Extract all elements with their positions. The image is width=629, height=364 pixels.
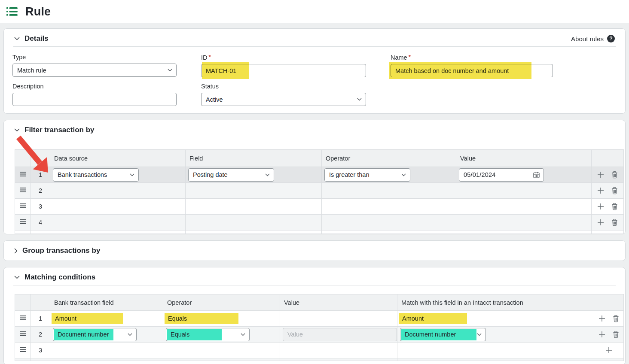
chevron-down-icon [168,69,172,72]
status-select-value: Active [206,96,223,103]
add-row-button[interactable] [598,331,606,338]
table-row: 1 Amount Equals Amount [15,311,624,327]
column-header: Operator [322,150,456,167]
column-header: Bank transaction field [50,294,163,311]
delete-row-button[interactable] [611,171,618,179]
group-section: Group transactions by [3,240,626,261]
chevron-down-icon [14,37,20,40]
data-source-select[interactable]: Bank transactions [53,168,139,182]
calendar-icon[interactable] [533,172,540,178]
matching-section-title: Matching conditions [24,273,95,282]
row-number: 4 [31,215,50,231]
id-label: ID* [201,54,366,61]
chevron-down-icon [14,276,20,279]
actions-column-header [594,294,624,311]
match-field-value[interactable]: Amount [402,315,424,322]
details-section-title: Details [24,34,49,43]
handle-column-header [15,150,31,167]
add-row-button[interactable] [605,346,613,354]
chevron-down-icon [477,333,482,336]
column-header: Value [456,150,592,167]
number-column-header [31,294,50,311]
operator-select[interactable]: Is greater than [324,168,410,182]
delete-row-button[interactable] [612,331,620,338]
page-header: Rule [0,0,629,23]
drag-handle-icon[interactable] [19,315,27,321]
row-number: 1 [31,311,50,327]
id-input[interactable] [201,64,366,77]
details-collapse-toggle[interactable]: Details [14,34,49,43]
table-row: 3 [15,199,624,215]
matching-collapse-toggle[interactable]: Matching conditions [14,273,95,282]
type-select-value: Match rule [17,67,46,74]
type-label: Type [12,54,177,61]
handle-column-header [15,294,31,311]
group-section-title: Group transactions by [22,246,100,255]
table-row: 2 [15,183,624,199]
table-row-clipped [15,231,624,234]
chevron-right-icon [14,248,18,254]
add-row-button[interactable] [597,171,605,179]
chevron-down-icon [130,173,134,176]
delete-row-button[interactable] [611,187,618,194]
matching-section: Matching conditions Bank transaction fie… [3,267,626,364]
delete-row-button[interactable] [612,315,620,322]
chevron-down-icon [241,333,245,336]
drag-handle-icon[interactable] [19,203,27,209]
drag-handle-icon[interactable] [19,331,27,337]
add-row-button[interactable] [597,218,605,226]
type-select[interactable]: Match rule [12,64,177,77]
required-asterisk: * [409,54,411,60]
drag-handle-icon[interactable] [19,347,27,352]
filter-section-title: Filter transaction by [24,126,94,134]
help-icon[interactable] [607,35,615,42]
operator-select[interactable]: Equals [166,328,250,341]
rule-list-icon [6,7,18,16]
table-row: 2 Document number Equals Document number [15,327,624,343]
group-collapse-toggle[interactable]: Group transactions by [14,246,100,255]
add-row-button[interactable] [598,315,606,322]
value-date-input[interactable]: 05/01/2024 [459,168,544,182]
chevron-down-icon [128,333,132,336]
about-rules-link[interactable]: About rules [571,35,615,42]
table-row-clipped [15,358,624,361]
status-select[interactable]: Active [201,93,366,106]
value-input[interactable] [283,328,397,341]
operator-value[interactable]: Equals [168,315,187,322]
chevron-down-icon [265,173,270,176]
row-number: 3 [31,199,50,215]
column-header: Data source [50,150,186,167]
column-header: Operator [163,294,280,311]
row-number: 2 [31,183,50,199]
actions-column-header [592,150,624,167]
field-select[interactable]: Posting date [188,168,274,182]
match-field-select[interactable]: Document number [400,328,486,341]
filter-collapse-toggle[interactable]: Filter transaction by [14,126,94,134]
bank-field-select[interactable]: Document number [53,328,137,341]
row-number: 2 [31,327,50,343]
column-header: Match with this field in an Intacct tran… [397,294,594,311]
about-rules-label: About rules [571,35,604,42]
add-row-button[interactable] [597,187,605,194]
bank-field-value[interactable]: Amount [55,315,76,322]
add-row-button[interactable] [597,203,605,210]
drag-handle-icon[interactable] [19,171,27,177]
status-label: Status [201,83,366,90]
table-row: 4 [15,215,624,231]
details-section: Details About rules Type Match rule ID* [3,28,626,114]
column-header: Value [280,294,397,311]
row-number: 3 [31,343,50,358]
drag-handle-icon[interactable] [19,187,27,193]
name-input[interactable] [391,64,553,77]
description-input[interactable] [12,93,177,106]
delete-row-button[interactable] [611,203,618,210]
delete-row-button[interactable] [611,218,618,226]
filter-table: Data source Field Operator Value 1 Bank … [15,149,624,234]
chevron-down-icon [14,128,20,132]
column-header: Field [186,150,322,167]
filter-section: Filter transaction by Data source Field … [3,120,626,234]
row-number: 1 [31,167,50,183]
drag-handle-icon[interactable] [19,219,27,224]
number-column-header [31,150,50,167]
required-asterisk: * [209,54,211,60]
